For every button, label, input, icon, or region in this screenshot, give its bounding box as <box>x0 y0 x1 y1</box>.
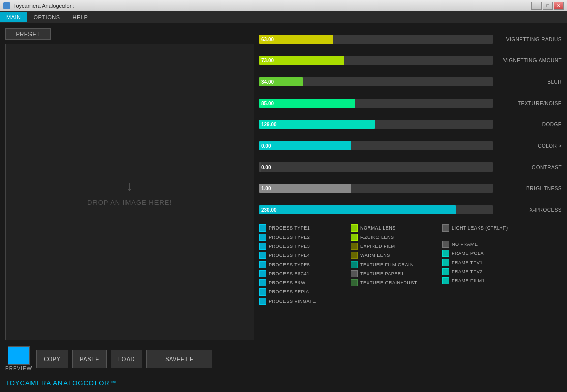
preset-button[interactable]: PRESET <box>5 28 51 40</box>
checkbox-item-col1-3[interactable]: PROCESS TYPE4 <box>259 252 345 259</box>
checkbox-box-col1-2[interactable] <box>259 243 266 250</box>
paste-button[interactable]: PASTE <box>72 350 107 368</box>
checkbox-box-col3-3[interactable] <box>442 250 449 257</box>
slider-label-2: BLUR <box>496 79 562 85</box>
checkbox-box-col3-2[interactable] <box>442 241 449 248</box>
checkbox-label-col2-1: F.ZUIKO LENS <box>360 235 394 240</box>
slider-track-5[interactable]: 0.00 <box>259 141 493 150</box>
checkbox-item-col1-5[interactable]: PROCESS E6C41 <box>259 270 345 277</box>
checkbox-label-col1-6: PROCESS B&W <box>269 280 306 285</box>
checkbox-item-col1-8[interactable]: PROCESS VINGATE <box>259 298 345 305</box>
checkbox-label-col1-5: PROCESS E6C41 <box>269 271 310 276</box>
load-button[interactable]: LOAD <box>111 350 142 368</box>
checkbox-box-col1-0[interactable] <box>259 224 266 232</box>
checkbox-box-col3-6[interactable] <box>442 277 449 284</box>
checkbox-item-col1-1[interactable]: PROCESS TYPE2 <box>259 234 345 241</box>
slider-track-6[interactable]: 0.00 <box>259 162 493 172</box>
slider-track-4[interactable]: 129.00 <box>259 120 493 129</box>
checkbox-item-col2-4[interactable]: TEXTURE FILM GRAIN <box>351 261 437 268</box>
menu-item-main[interactable]: MAIN <box>0 12 27 22</box>
copy-button[interactable]: COPY <box>36 350 68 368</box>
close-button[interactable]: ✕ <box>554 2 564 10</box>
checkbox-col-col1: PROCESS TYPE1 PROCESS TYPE2 PROCESS TYPE… <box>259 224 345 305</box>
savefile-button[interactable]: SAVEFILE <box>146 350 212 368</box>
checkbox-item-col2-3[interactable]: WARM LENS <box>351 252 437 259</box>
slider-row-6[interactable]: 0.00 CONTRAST <box>259 156 562 178</box>
slider-label-1: VIGNETTING AMOUNT <box>496 58 562 63</box>
main-content: PRESET ↓ DROP AN IMAGE HERE! PREVIEW COP… <box>0 23 567 392</box>
checkbox-item-col2-5[interactable]: TEXTURE PAPER1 <box>351 270 437 277</box>
slider-fill-8: 230.00 <box>259 205 456 214</box>
checkbox-box-col1-5[interactable] <box>259 270 266 277</box>
slider-row-7[interactable]: 1.00 BRIGHTNESS <box>259 178 562 199</box>
checkbox-item-col1-4[interactable]: PROCESS TYPE5 <box>259 261 345 268</box>
checkbox-box-col1-8[interactable] <box>259 298 266 305</box>
slider-fill-2: 34.00 <box>259 77 303 86</box>
checkbox-item-col2-2[interactable]: EXPIRED FILM <box>351 243 437 250</box>
checkbox-box-col3-0[interactable] <box>442 224 449 232</box>
slider-label-6: CONTRAST <box>496 165 562 170</box>
slider-row-2[interactable]: 34.00 BLUR <box>259 71 562 92</box>
checkbox-item-col3-3[interactable]: FRAME POLA <box>442 250 528 257</box>
checkbox-item-col1-6[interactable]: PROCESS B&W <box>259 279 345 286</box>
checkbox-item-col2-0[interactable]: NORMAL LENS <box>351 224 437 232</box>
checkbox-label-col3-3: FRAME POLA <box>452 251 484 256</box>
slider-fill-3: 85.00 <box>259 99 355 108</box>
menu-item-options[interactable]: OPTIONS <box>27 12 67 22</box>
checkbox-box-col2-0[interactable] <box>351 224 358 232</box>
minimize-button[interactable]: _ <box>531 2 542 10</box>
slider-value-4: 129.00 <box>261 122 277 127</box>
checkbox-label-col2-4: TEXTURE FILM GRAIN <box>360 262 414 267</box>
slider-row-8[interactable]: 230.00 X-PROCESS <box>259 199 562 220</box>
window-controls: _ □ ✕ <box>531 2 564 10</box>
slider-row-3[interactable]: 85.00 TEXTURE/NOISE <box>259 92 562 114</box>
checkbox-item-col1-2[interactable]: PROCESS TYPE3 <box>259 243 345 250</box>
checkbox-item-col3-0[interactable]: LIGHT LEAKS (CTRL+F) <box>442 224 528 232</box>
checkbox-label-col3-4: FRAME TTV1 <box>452 260 483 265</box>
slider-row-0[interactable]: 63.00 VIGNETTING RADIUS <box>259 28 562 50</box>
slider-row-4[interactable]: 129.00 DODGE <box>259 114 562 135</box>
checkbox-box-col2-5[interactable] <box>351 270 358 277</box>
menu-item-help[interactable]: HELP <box>67 12 94 22</box>
checkbox-box-col2-4[interactable] <box>351 261 358 268</box>
checkbox-box-col2-2[interactable] <box>351 243 358 250</box>
slider-label-3: TEXTURE/NOISE <box>496 101 562 106</box>
checkbox-label-col2-0: NORMAL LENS <box>360 225 396 231</box>
checkbox-box-col3-5[interactable] <box>442 268 449 275</box>
checkbox-item-col2-1[interactable]: F.ZUIKO LENS <box>351 234 437 241</box>
brand-part2: ANALOGCOLOR™ <box>53 379 116 387</box>
checkbox-box-col1-6[interactable] <box>259 279 266 286</box>
checkbox-item-col2-6[interactable]: TEXTURE GRAIN+DUST <box>351 279 437 286</box>
checkbox-box-col1-3[interactable] <box>259 252 266 259</box>
slider-track-7[interactable]: 1.00 <box>259 184 493 193</box>
slider-track-8[interactable]: 230.00 <box>259 205 493 214</box>
app-icon <box>3 2 10 9</box>
slider-track-2[interactable]: 34.00 <box>259 77 493 86</box>
slider-track-3[interactable]: 85.00 <box>259 99 493 108</box>
checkbox-item-col1-0[interactable]: PROCESS TYPE1 <box>259 224 345 232</box>
checkbox-label-col2-6: TEXTURE GRAIN+DUST <box>360 280 417 285</box>
checkbox-box-col1-7[interactable] <box>259 288 266 296</box>
checkbox-box-col2-3[interactable] <box>351 252 358 259</box>
checkbox-label-col1-7: PROCESS SEPIA <box>269 289 309 295</box>
checkbox-box-col1-4[interactable] <box>259 261 266 268</box>
checkbox-item-col3-4[interactable]: FRAME TTV1 <box>442 259 528 266</box>
checkbox-box-col2-6[interactable] <box>351 279 358 286</box>
checkbox-box-col2-1[interactable] <box>351 234 358 241</box>
slider-row-5[interactable]: 0.00 COLOR > <box>259 135 562 156</box>
checkbox-label-col1-1: PROCESS TYPE2 <box>269 235 310 240</box>
checkbox-box-col1-1[interactable] <box>259 234 266 241</box>
checkbox-item-col3-6[interactable]: FRAME FILM1 <box>442 277 528 284</box>
checkbox-item-col3-2[interactable]: NO FRAME <box>442 241 528 248</box>
slider-value-1: 73.00 <box>261 58 274 63</box>
slider-row-1[interactable]: 73.00 VIGNETTING AMOUNT <box>259 50 562 71</box>
slider-track-1[interactable]: 73.00 <box>259 56 493 65</box>
maximize-button[interactable]: □ <box>543 2 553 10</box>
checkbox-box-col3-4[interactable] <box>442 259 449 266</box>
checkbox-item-col3-5[interactable]: FRAME TTV2 <box>442 268 528 275</box>
checkbox-item-col1-7[interactable]: PROCESS SEPIA <box>259 288 345 296</box>
slider-track-0[interactable]: 63.00 <box>259 35 493 44</box>
checkbox-label-col3-0: LIGHT LEAKS (CTRL+F) <box>452 225 508 231</box>
menu-bar: MAIN OPTIONS HELP <box>0 11 567 23</box>
drop-zone[interactable]: ↓ DROP AN IMAGE HERE! <box>5 44 254 340</box>
